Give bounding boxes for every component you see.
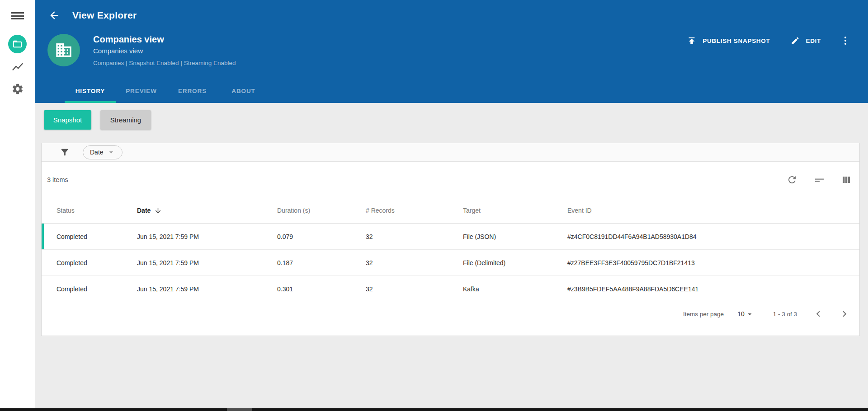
next-page-button[interactable] [839,308,850,320]
cell-status: Completed [57,259,137,266]
columns-button[interactable] [841,174,852,185]
settings-nav-item[interactable] [11,82,24,96]
chevron-right-icon [839,308,850,320]
back-button[interactable] [48,9,60,21]
cell-date: Jun 15, 2021 7:59 PM [137,285,277,293]
main-area: View Explorer Companies view Companies v… [35,0,868,411]
entity-meta: Companies | Snapshot Enabled | Streaming… [93,59,236,67]
tab-preview-label: PREVIEW [126,88,157,94]
page-range-label: 1 - 3 of 3 [773,308,797,320]
cell-event-id: #z4CF0C8191DD44F6A94B1AD58930A1D84 [567,233,859,240]
items-count: 3 items [47,176,68,183]
columns-icon [841,174,852,185]
mode-toggle: Snapshot Streaming [35,103,868,130]
items-per-page-label: Items per page [683,308,724,320]
column-header-date-label: Date [137,207,151,214]
folder-icon [12,39,23,49]
cell-date: Jun 15, 2021 7:59 PM [137,259,277,266]
cell-target: File (JSON) [463,233,567,240]
entity-subtitle: Companies view [93,47,236,55]
taskbar-edge-segment [227,408,252,411]
page-size-value: 10 [737,310,745,318]
taskbar-edge [0,408,868,411]
chevron-down-icon [107,148,116,157]
view-explorer-app: View Explorer Companies view Companies v… [0,0,868,411]
publish-icon [687,36,697,46]
entity-header: Companies view Companies view Companies … [93,34,236,67]
views-nav-item[interactable] [8,35,27,53]
refresh-icon [787,174,797,185]
edit-label: EDIT [806,37,821,44]
appbar: View Explorer Companies view Companies v… [35,0,868,103]
toolbar-icons [787,174,852,185]
cell-duration: 0.079 [277,233,366,240]
building-icon [55,41,73,59]
page-size-select[interactable]: 10 [734,308,755,320]
tab-preview[interactable]: PREVIEW [116,81,167,103]
tab-history-label: HISTORY [75,88,105,94]
tab-about[interactable]: ABOUT [218,81,269,103]
cell-event-id: #z3B9B5FDEF5AA488F9A88FDA5D6CEE141 [567,285,859,293]
column-header-records[interactable]: # Records [366,207,463,214]
table-row[interactable]: Completed Jun 15, 2021 7:59 PM 0.187 32 … [42,250,859,276]
sort-button[interactable] [814,174,825,185]
pagination: Items per page 10 1 - 3 of 3 [42,302,859,336]
cell-records: 32 [366,233,463,240]
tab-about-label: ABOUT [231,88,255,94]
cell-target: Kafka [463,285,567,293]
table-row[interactable]: Completed Jun 15, 2021 7:59 PM 0.079 32 … [42,224,859,250]
menu-icon[interactable] [11,12,24,19]
entity-title: Companies view [93,34,236,45]
cell-records: 32 [366,285,463,293]
refresh-button[interactable] [787,174,797,185]
cell-duration: 0.301 [277,285,366,293]
entity-avatar [47,34,80,66]
publish-snapshot-button[interactable]: PUBLISH SNAPSHOT [687,36,770,46]
table-row[interactable]: Completed Jun 15, 2021 7:59 PM 0.301 32 … [42,276,859,302]
tab-errors-label: ERRORS [178,88,207,94]
cell-status: Completed [57,233,137,240]
appbar-actions: PUBLISH SNAPSHOT EDIT [687,35,851,46]
kebab-icon [840,35,851,46]
selected-row-indicator [42,224,44,249]
streaming-toggle-button[interactable]: Streaming [100,110,151,130]
page-title: View Explorer [72,10,137,21]
column-header-status[interactable]: Status [57,207,137,214]
tab-bar: HISTORY PREVIEW ERRORS ABOUT [65,81,269,103]
table-header-row: Status Date Duration (s) # Records Targe… [42,198,859,224]
sidebar [0,0,35,411]
column-header-target[interactable]: Target [463,207,567,214]
arrow-left-icon [48,9,60,21]
snapshot-toggle-button[interactable]: Snapshot [44,110,91,130]
cell-event-id: #z27BEE3FF3E3F40059795DC7D1BF21413 [567,259,859,266]
filter-bar: Date [42,143,859,162]
sort-desc-arrow-icon [154,207,162,215]
edit-button[interactable]: EDIT [791,36,821,45]
column-header-duration[interactable]: Duration (s) [277,207,366,214]
cell-date: Jun 15, 2021 7:59 PM [137,233,277,240]
table-toolbar: 3 items [42,162,859,198]
column-header-date[interactable]: Date [137,207,277,215]
cell-status: Completed [57,285,137,293]
pencil-icon [791,36,800,45]
filter-icon[interactable] [60,147,70,157]
date-filter-chip[interactable]: Date [83,145,123,159]
topbar: View Explorer [48,9,137,21]
funnel-icon [60,147,70,157]
prev-page-button[interactable] [812,308,824,320]
cell-duration: 0.187 [277,259,366,266]
chevron-down-icon [745,310,754,318]
metrics-nav-item[interactable] [11,61,24,74]
sort-icon [814,174,825,185]
date-filter-label: Date [90,149,104,156]
tab-history[interactable]: HISTORY [65,81,116,103]
column-header-event-id[interactable]: Event ID [567,207,859,214]
history-card: Date 3 items [41,143,860,336]
cell-target: File (Delimited) [463,259,567,266]
more-options-button[interactable] [840,35,851,46]
gear-icon [11,83,24,95]
publish-label: PUBLISH SNAPSHOT [703,37,770,44]
chevron-left-icon [812,308,824,320]
tab-errors[interactable]: ERRORS [167,81,218,103]
cell-records: 32 [366,259,463,266]
